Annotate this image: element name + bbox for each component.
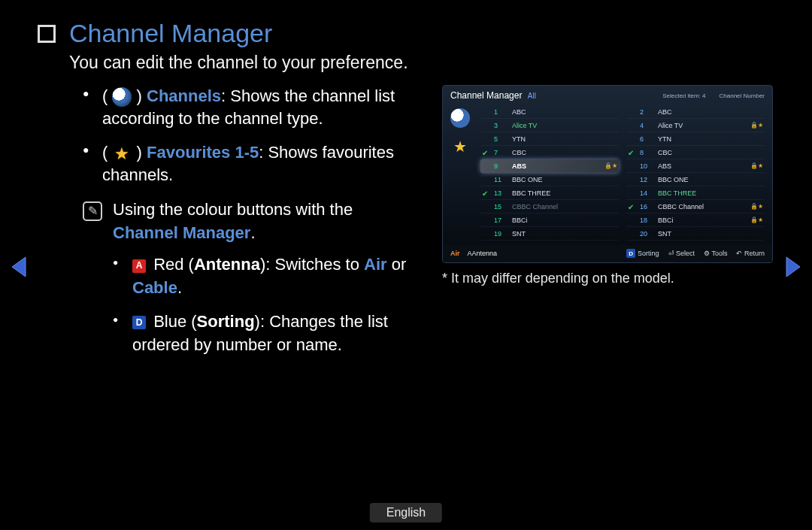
channel-row: 17BBCi [480,214,619,227]
antenna-button: AAntenna [468,250,498,257]
channel-row: 20SNT [626,227,765,241]
preview-filter: All [528,92,536,100]
check-icon [482,122,489,129]
lock-icon: 🔒★ [750,162,763,169]
channel-number: 6 [640,135,653,143]
channel-col-right: 2ABC4Alice TV🔒★6YTN8CBC10ABS🔒★12BBC ONE1… [626,105,765,241]
channel-number: 4 [640,122,653,129]
channel-row: 3Alice TV [480,119,619,132]
page-title: Channel Manager [69,19,408,48]
footer-right: DSorting ⏎ Select ⚙ Tools ↶ Return [626,249,765,258]
channel-row: 1ABC [480,105,619,119]
channel-name: ABC [512,108,613,116]
channels-label: Channels [147,86,221,105]
check-icon [482,108,489,116]
check-icon [482,149,489,156]
channel-number: 14 [640,189,653,197]
content: ( ) Channels: Shows the channel list acc… [38,85,774,368]
paren-close: ) [137,86,147,105]
check-icon [482,189,489,197]
channel-row: 6YTN [626,132,765,146]
channel-number: 18 [640,217,653,224]
channel-row: 18BBCi🔒★ [626,214,765,227]
channel-number: 17 [494,217,508,224]
check-icon [628,189,635,197]
check-icon [628,230,635,238]
channel-name: ABS [658,162,746,170]
channel-row: 16CBBC Channel🔒★ [626,200,765,214]
channel-row: 2ABC [626,105,765,119]
channel-number: 13 [494,189,508,197]
channel-manager-label: Channel Manager [113,223,250,242]
channel-row: 4Alice TV🔒★ [626,119,765,132]
lock-icon: 🔒★ [750,217,763,223]
section-bullet-icon [38,25,56,43]
channel-name: BBCi [658,217,746,224]
channel-number: 10 [640,162,653,170]
channel-number: 11 [494,176,508,183]
channel-name: Alice TV [658,122,746,129]
check-icon [482,135,489,143]
feature-list: ( ) Channels: Shows the channel list acc… [83,85,421,186]
blue-sorting-item: D Blue (Sorting): Changes the list order… [113,310,421,357]
preview-columns: 1ABC3Alice TV5YTN7CBC9ABS🔒★11BBC ONE13BB… [480,105,765,241]
check-icon [628,108,635,116]
left-column: ( ) Channels: Shows the channel list acc… [38,85,421,368]
paren-open: ( [102,143,108,162]
svg-marker-1 [786,257,800,277]
channel-number: 3 [494,122,508,129]
lock-icon: 🔒★ [750,203,763,210]
check-icon [482,230,489,238]
channel-name: ABC [658,108,759,116]
antenna-label: Antenna [194,255,260,274]
check-icon [628,149,635,156]
footer-left: Air AAntenna [450,250,497,257]
check-icon [628,217,635,224]
star-icon: ★ [450,137,470,156]
preview-body: ★ 1ABC3Alice TV5YTN7CBC9ABS🔒★11BBC ONE13… [443,104,772,245]
air-indicator: Air [450,250,460,257]
lock-icon: 🔒★ [604,162,617,169]
check-icon [482,176,489,183]
channel-number: 9 [494,162,508,170]
selected-count: Selected item: 4 [662,92,705,99]
preview-header: Channel Manager All Selected item: 4 Cha… [443,86,772,104]
check-icon [628,203,635,210]
dish-icon [450,108,470,128]
right-column: Channel Manager All Selected item: 4 Cha… [442,85,773,368]
channel-name: BBCi [512,217,613,224]
channel-row: 10ABS🔒★ [626,159,765,173]
check-icon [628,162,635,170]
air-label: Air [364,255,387,274]
channel-number: 5 [494,135,508,143]
paren-close: ) [137,143,147,162]
check-icon [482,217,489,224]
check-icon [482,162,489,170]
star-icon [112,144,132,164]
channel-row: 15CBBC Channel [480,200,619,214]
channel-name: CBBC Channel [512,203,613,210]
channel-number: 19 [494,230,508,238]
channel-name: YTN [512,135,613,143]
channel-row: 14BBC THREE [626,186,765,200]
preview-sidebar: ★ [450,105,473,241]
channel-name: ABS [512,162,600,170]
feature-favourites: ( ) Favourites 1-5: Shows favourites cha… [83,141,421,186]
return-hint: ↶ Return [736,250,765,257]
channel-row: 8CBC [626,146,765,159]
tools-hint: ⚙ Tools [704,250,727,257]
favourites-label: Favourites 1-5 [147,143,259,162]
colour-buttons-list: A Red (Antenna): Switches to Air or Cabl… [113,253,421,356]
preview-meta: Selected item: 4 Channel Number [662,92,765,99]
note-icon: ✎ [83,201,102,221]
lock-icon: 🔒★ [750,122,763,129]
colour-buttons-note: ✎ Using the colour buttons with the Chan… [83,198,421,357]
check-icon [628,135,635,143]
channel-row: 13BBC THREE [480,186,619,200]
channel-name: BBC ONE [658,176,759,183]
dish-icon [112,87,132,107]
check-icon [628,176,635,183]
cable-label: Cable [132,278,177,297]
prev-page-button[interactable] [9,256,29,278]
next-page-button[interactable] [783,256,803,278]
